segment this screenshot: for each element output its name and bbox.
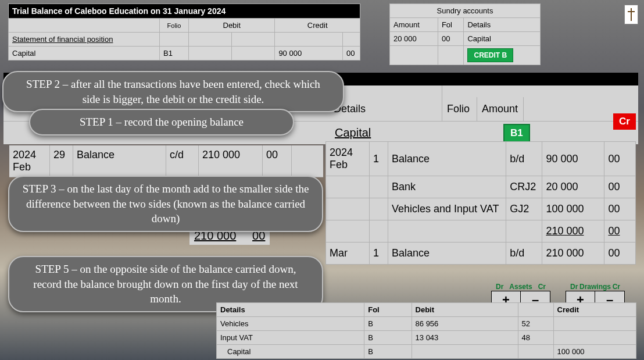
ledger-debit-side: 2024 Feb 29 Balance c/d 210 000 00 — [9, 145, 323, 177]
step-2-bubble: STEP 2 – after all the transactions have… — [2, 71, 344, 112]
step-1-bubble: STEP 1 – record the opening balance — [29, 109, 294, 136]
trial-balance-title: Trial Balance of Caleboo Education on 31… — [9, 4, 360, 19]
b1-tag: B1 — [503, 124, 530, 142]
sundry-accounts-table: Sundry accounts Amount Fol Details 20 00… — [389, 3, 541, 65]
cr-tag: Cr — [613, 113, 636, 130]
mini-journal-table: Details Fol Debit Credit Vehicles B 86 9… — [216, 302, 636, 359]
credit-b-button[interactable]: CREDIT B — [467, 48, 513, 62]
trial-balance-table: Trial Balance of Caleboo Education on 31… — [8, 3, 360, 60]
step-3-bubble: STEP 3 – on the last day of the month ad… — [8, 176, 323, 232]
ledger-credit-side: 2024 Feb 1 Balance b/d 90 000 00 Bank CR… — [325, 141, 636, 265]
cross-icon — [624, 5, 638, 24]
